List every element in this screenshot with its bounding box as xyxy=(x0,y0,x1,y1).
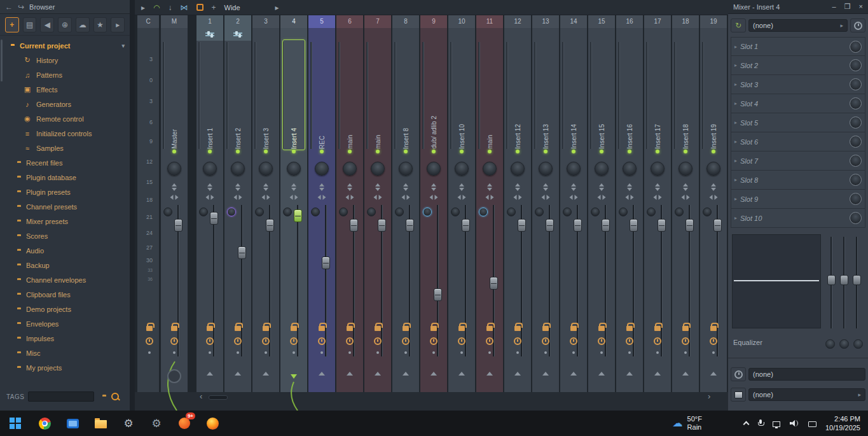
fader-thumb[interactable] xyxy=(378,219,386,232)
stereo-sep-knob[interactable] xyxy=(563,207,572,216)
swap-arrows-icon[interactable] xyxy=(599,183,604,191)
channel-number-label[interactable]: 10 xyxy=(448,15,475,28)
browser-item-clipboard-files[interactable]: Clipboard files xyxy=(0,287,130,302)
fader-thumb[interactable] xyxy=(406,219,414,232)
mixer-channel-15[interactable]: 15Insert 15 xyxy=(588,15,615,392)
send-arrow-icon[interactable] xyxy=(403,372,409,376)
slot-mix-knob[interactable] xyxy=(850,59,862,71)
channel-number-label[interactable]: 12 xyxy=(504,15,531,28)
fader-track[interactable] xyxy=(325,205,327,356)
track-preset-selector[interactable]: (none) ▸ xyxy=(748,19,848,32)
swap-arrows-icon[interactable] xyxy=(571,183,576,191)
send-arrow-icon[interactable] xyxy=(458,372,465,376)
browser-item-backup[interactable]: Backup xyxy=(0,258,130,272)
slot-mix-knob[interactable] xyxy=(850,193,862,205)
slot-mix-knob[interactable] xyxy=(850,155,862,167)
swap-arrows-icon[interactable] xyxy=(207,183,212,191)
eq-band-knob-mid[interactable] xyxy=(839,339,849,349)
width-arrows-icon[interactable] xyxy=(374,195,382,200)
send-arrow-icon[interactable] xyxy=(431,372,437,376)
channel-enable-led[interactable] xyxy=(320,150,324,153)
swap-arrows-icon[interactable] xyxy=(291,183,296,191)
send-arrow-icon[interactable] xyxy=(347,372,353,376)
channel-enable-led[interactable] xyxy=(516,150,520,153)
swap-arrows-icon[interactable] xyxy=(235,183,240,191)
mixer-channel-2[interactable]: 2Insert 2 xyxy=(224,15,251,392)
channel-number-label[interactable]: 11 xyxy=(476,15,503,28)
swap-arrows-icon[interactable] xyxy=(431,183,436,191)
lock-icon[interactable] xyxy=(171,326,177,331)
fader-thumb[interactable] xyxy=(602,219,610,232)
channel-enable-led[interactable] xyxy=(236,150,240,153)
fader-thumb[interactable] xyxy=(546,219,554,232)
latch-icon[interactable] xyxy=(146,337,153,345)
mixer-channel-10[interactable]: 10Insert 10 xyxy=(448,15,475,392)
minimize-icon[interactable]: – xyxy=(832,3,836,11)
lock-icon[interactable] xyxy=(263,326,269,331)
pan-knob[interactable] xyxy=(511,162,525,176)
back-icon[interactable]: ← xyxy=(5,3,13,11)
eq-band-knob-low[interactable] xyxy=(825,339,835,349)
send-arrow-icon[interactable] xyxy=(682,372,689,376)
lock-icon[interactable] xyxy=(235,326,241,331)
stereo-sep-knob[interactable] xyxy=(199,207,208,216)
detach-icon[interactable]: ⋈ xyxy=(181,3,188,12)
stereo-sep-knob[interactable] xyxy=(451,207,460,216)
taskbar-app-gear-2[interactable]: ⚙ xyxy=(142,411,170,436)
width-arrows-icon[interactable] xyxy=(570,195,578,200)
send-arrow-icon[interactable] xyxy=(486,372,493,376)
stereo-sep-knob[interactable] xyxy=(283,207,292,216)
pan-knob[interactable] xyxy=(567,162,581,176)
pan-knob[interactable] xyxy=(427,162,441,176)
browser-item-history[interactable]: ↻History xyxy=(0,53,130,67)
fader-thumb[interactable] xyxy=(630,219,638,232)
width-arrows-icon[interactable] xyxy=(402,195,410,200)
link-cable-icon[interactable]: ◠ xyxy=(153,3,160,12)
lock-icon[interactable] xyxy=(347,326,353,331)
latch-icon[interactable] xyxy=(458,337,465,345)
mixer-channel-13[interactable]: 13Insert 13 xyxy=(532,15,559,392)
send-arrow-icon[interactable] xyxy=(375,372,381,376)
taskbar-app-firefox[interactable] xyxy=(198,411,226,436)
mixer-slot-5[interactable]: ▸Slot 5 xyxy=(731,113,865,132)
pan-knob[interactable] xyxy=(203,162,217,176)
channel-number-label[interactable]: M xyxy=(161,15,188,28)
swap-arrows-icon[interactable] xyxy=(543,183,548,191)
lock-icon[interactable] xyxy=(514,326,521,331)
lock-icon[interactable] xyxy=(291,326,297,331)
mid-preset-selector[interactable]: (none) xyxy=(748,368,865,381)
send-arrow-icon[interactable] xyxy=(207,372,213,376)
audition-icon[interactable]: ◀ xyxy=(40,17,54,32)
stereo-sep-knob[interactable] xyxy=(591,207,600,216)
channel-enable-led[interactable] xyxy=(544,150,548,153)
browser-item-audio[interactable]: Audio xyxy=(0,243,130,258)
stereo-sep-knob[interactable] xyxy=(703,207,712,216)
fader-track[interactable] xyxy=(297,205,299,356)
channel-number-label[interactable]: 8 xyxy=(392,15,419,28)
pan-knob[interactable] xyxy=(595,162,609,176)
channel-number-label[interactable]: 14 xyxy=(560,15,587,28)
width-arrows-icon[interactable] xyxy=(346,195,354,200)
more-menu-icon[interactable]: ▸ xyxy=(111,17,125,32)
eq-band-knob-high[interactable] xyxy=(853,339,863,349)
browser-item-recent-files[interactable]: Recent files xyxy=(0,155,130,170)
chevron-down-icon[interactable]: ▾ xyxy=(121,43,130,49)
latch-icon[interactable] xyxy=(430,337,437,345)
mixer-channel-9[interactable]: 9dub/ adlib 2 xyxy=(420,15,447,392)
browser-item-my-projects[interactable]: My projects xyxy=(0,360,130,375)
channel-number-label[interactable]: 7 xyxy=(364,15,391,28)
stereo-sep-knob[interactable] xyxy=(339,207,348,216)
channel-number-label[interactable]: 5 xyxy=(308,15,335,28)
browser-item-mixer-presets[interactable]: Mixer presets xyxy=(0,214,130,229)
swap-arrows-icon[interactable] xyxy=(655,183,660,191)
slot-mix-knob[interactable] xyxy=(850,97,862,109)
send-arrow-icon[interactable] xyxy=(263,372,269,376)
mixer-channel-17[interactable]: 17Insert 17 xyxy=(644,15,671,392)
view-menu-icon[interactable]: ▸ xyxy=(275,3,279,12)
taskbar-app-chrome[interactable] xyxy=(31,411,59,436)
channel-number-label[interactable]: 17 xyxy=(644,15,671,28)
lock-icon[interactable] xyxy=(570,326,577,331)
lock-icon[interactable] xyxy=(375,326,381,331)
channel-number-label[interactable]: 4 xyxy=(280,15,307,28)
stereo-sep-knob[interactable] xyxy=(647,207,656,216)
